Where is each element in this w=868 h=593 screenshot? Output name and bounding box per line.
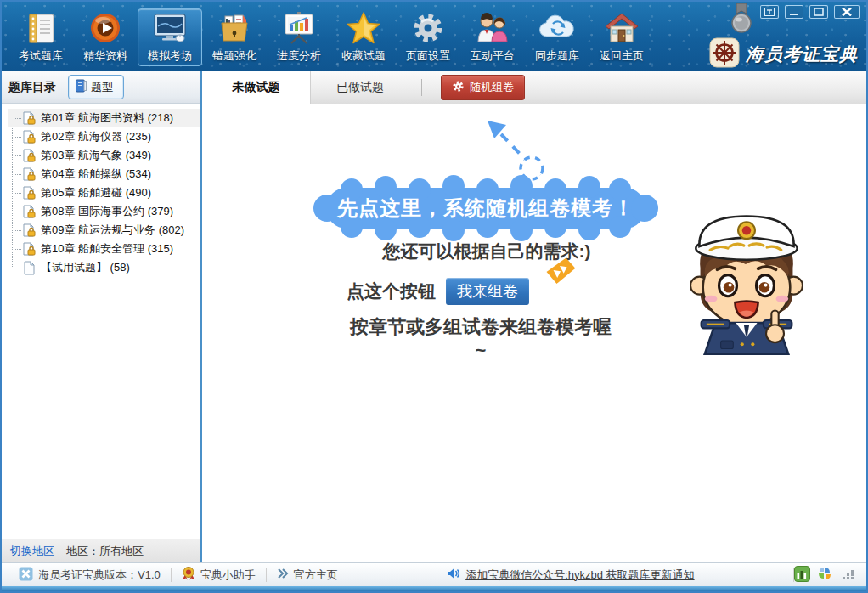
main-panel: 未做试题 已做试题 随机组卷 xyxy=(202,71,866,562)
compose-paper-button[interactable]: 我来组卷 xyxy=(446,278,529,305)
hint-line-2: 点这个按钮 xyxy=(347,280,436,303)
version-item: 海员考证宝典版本：V1.0 xyxy=(8,567,171,584)
tree-item-chapter-10[interactable]: 第10章 船舶安全管理 (315) xyxy=(8,240,200,258)
random-compose-label: 随机组卷 xyxy=(470,80,514,95)
home-icon xyxy=(604,9,640,47)
page-icon xyxy=(22,261,36,275)
locked-page-icon xyxy=(22,167,36,182)
toolbar-item-home[interactable]: 返回主页 xyxy=(589,8,654,66)
maximize-button[interactable] xyxy=(809,5,828,19)
tree-item-trial[interactable]: 【试用试题】 (58) xyxy=(8,258,200,277)
people-icon xyxy=(475,9,510,47)
toolbar-label: 返回主页 xyxy=(600,48,644,64)
book-icon xyxy=(76,79,87,95)
locked-page-icon xyxy=(22,186,36,200)
close-button[interactable] xyxy=(834,5,860,19)
chevrons-icon xyxy=(277,568,289,581)
toolbar-label: 考试题库 xyxy=(19,48,63,64)
toolbar-label: 模拟考场 xyxy=(148,48,192,64)
window-controls xyxy=(760,5,860,19)
gear-small-icon xyxy=(452,80,465,95)
current-region-label: 地区：所有地区 xyxy=(66,544,144,559)
minimize-button[interactable] xyxy=(785,5,803,19)
tab-separator xyxy=(421,79,422,96)
play-media-icon xyxy=(88,9,122,47)
question-type-label: 题型 xyxy=(91,80,113,95)
toolbar-item-page-settings[interactable]: 页面设置 xyxy=(396,8,460,66)
sidebar-header: 题库目录 题型 xyxy=(2,71,200,104)
toolbar-label: 同步题库 xyxy=(535,48,579,64)
toolbar-item-sync[interactable]: 同步题库 xyxy=(525,8,589,66)
tree-item-label: 第10章 船舶安全管理 (315) xyxy=(41,241,173,257)
region-bar: 切换地区 地区：所有地区 xyxy=(2,539,200,562)
sidebar: 题库目录 题型 第01章 航海图书资料 (218) xyxy=(2,71,200,562)
toolbar-item-favorites[interactable]: 收藏试题 xyxy=(331,8,396,66)
cloud-sync-icon xyxy=(538,9,576,47)
app-logo: 海员考证宝典 xyxy=(709,37,858,71)
wechat-notice-link[interactable]: 添加宝典微信公众号:hykzbd 获取题库更新通知 xyxy=(465,568,694,583)
status-bar: 海员考证宝典版本：V1.0 宝典小助手 官方主页 添加宝典微信公众号:hykzb… xyxy=(2,562,866,586)
pinwheel-icon[interactable] xyxy=(817,566,832,584)
speaker-icon xyxy=(447,568,460,582)
tree-item-label: 第01章 航海图书资料 (218) xyxy=(41,110,173,126)
tree-item-label: 第04章 船舶操纵 (534) xyxy=(41,167,151,182)
wechat-notice-item[interactable]: 添加宝典微信公众号:hykzbd 获取题库更新通知 xyxy=(437,568,704,583)
folder-documents-icon xyxy=(217,9,251,47)
tree-item-chapter-08[interactable]: 第08章 国际海事公约 (379) xyxy=(8,202,200,221)
app-box-icon xyxy=(19,567,33,584)
toolbar-item-mock-exam[interactable]: 模拟考场 xyxy=(138,8,202,66)
tree-item-chapter-01[interactable]: 第01章 航海图书资料 (218) xyxy=(8,109,200,127)
tree-item-chapter-05[interactable]: 第05章 船舶避碰 (490) xyxy=(8,184,200,202)
tree-item-chapter-03[interactable]: 第03章 航海气象 (349) xyxy=(8,146,200,165)
toolbar-label: 进度分析 xyxy=(277,48,321,64)
tree-item-label: 第03章 航海气象 (349) xyxy=(41,148,151,163)
tree-item-chapter-02[interactable]: 第02章 航海仪器 (235) xyxy=(8,127,200,146)
toolbar-item-exam-bank[interactable]: 考试题库 xyxy=(8,8,73,66)
toolbar-label: 错题强化 xyxy=(212,48,256,64)
gear-icon xyxy=(411,9,445,47)
medal-icon xyxy=(727,3,756,41)
toolbar-item-wrong-questions[interactable]: 错题强化 xyxy=(202,8,267,66)
sidebar-title: 题库目录 xyxy=(8,80,56,95)
assistant-label: 宝典小助手 xyxy=(200,568,256,583)
main-toolbar: 考试题库 精华资料 模拟考场 错题强化 xyxy=(2,2,654,66)
tree-item-label: 第05章 船舶避碰 (490) xyxy=(41,185,151,200)
homepage-item[interactable]: 官方主页 xyxy=(267,568,348,583)
exam-bank-icon xyxy=(24,9,58,47)
stats-chart-icon[interactable] xyxy=(794,566,810,585)
bottom-edge xyxy=(2,586,866,591)
tab-undone[interactable]: 未做试题 xyxy=(202,71,311,104)
switch-region-link[interactable]: 切换地区 xyxy=(10,544,54,559)
locked-page-icon xyxy=(22,111,36,126)
toolbar-label: 页面设置 xyxy=(406,48,450,64)
tab-done[interactable]: 已做试题 xyxy=(311,71,409,104)
locked-page-icon xyxy=(22,223,36,238)
hint-line-2-row: 点这个按钮 我来组卷 xyxy=(347,278,559,305)
version-label: 海员考证宝典版本：V1.0 xyxy=(38,568,161,583)
locked-page-icon xyxy=(22,205,36,219)
locked-page-icon xyxy=(22,149,36,163)
tree-item-chapter-09[interactable]: 第09章 航运法规与业务 (802) xyxy=(8,221,200,240)
ship-wheel-icon xyxy=(709,37,740,71)
toolbar-label: 精华资料 xyxy=(83,48,127,64)
skin-button[interactable] xyxy=(760,5,779,19)
titlebar: 考试题库 精华资料 模拟考场 错题强化 xyxy=(2,2,866,71)
resize-grip[interactable] xyxy=(843,570,854,579)
assistant-item[interactable]: 宝典小助手 xyxy=(172,567,266,583)
tree-item-label: 第08章 国际海事公约 (379) xyxy=(41,204,173,219)
monitor-icon xyxy=(151,9,189,47)
question-type-button[interactable]: 题型 xyxy=(68,75,124,99)
toolbar-label: 互动平台 xyxy=(471,48,515,64)
hint-line-1: 您还可以根据自己的需求:) xyxy=(351,240,623,263)
toolbar-label: 收藏试题 xyxy=(341,48,386,64)
random-compose-button[interactable]: 随机组卷 xyxy=(441,75,525,100)
hint-line-3: 按章节或多组试卷来组卷模考喔~ xyxy=(345,314,617,362)
tree-item-label: 第09章 航运法规与业务 (802) xyxy=(41,223,184,238)
callout-banner-text: 先点这里，系统随机组卷模考！ xyxy=(313,175,659,241)
callout-banner: 先点这里，系统随机组卷模考！ xyxy=(313,175,659,241)
sailor-mascot xyxy=(671,211,822,359)
toolbar-item-essence[interactable]: 精华资料 xyxy=(73,8,138,66)
toolbar-item-progress[interactable]: 进度分析 xyxy=(267,8,331,66)
tree-item-chapter-04[interactable]: 第04章 船舶操纵 (534) xyxy=(8,165,200,184)
toolbar-item-interactive[interactable]: 互动平台 xyxy=(460,8,525,66)
